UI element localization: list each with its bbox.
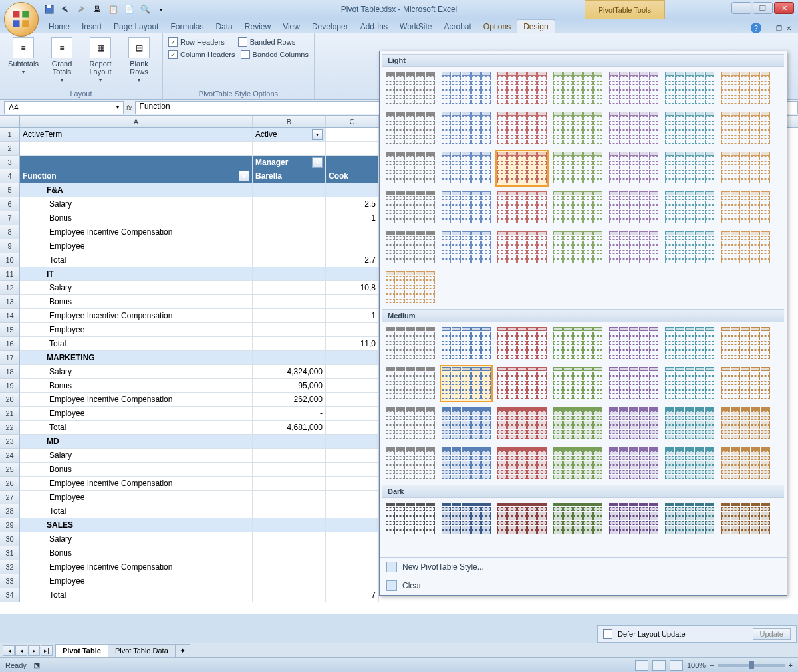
cell[interactable]: 4,324,000: [253, 365, 326, 379]
new-pivottable-style-button[interactable]: New PivotTable Style...: [380, 558, 787, 576]
cell[interactable]: [326, 477, 379, 491]
cell[interactable]: Bonus: [20, 546, 253, 560]
cell[interactable]: [326, 435, 379, 449]
row-header[interactable]: 9: [0, 239, 20, 253]
cell[interactable]: [253, 491, 326, 504]
row-header[interactable]: 21: [0, 407, 20, 421]
row-header[interactable]: 17: [0, 351, 20, 365]
clear-style-button[interactable]: Clear: [380, 576, 787, 595]
style-thumbnail[interactable]: [551, 325, 604, 362]
row-header[interactable]: 3: [0, 156, 20, 169]
cell[interactable]: [253, 309, 326, 323]
style-thumbnail[interactable]: [495, 150, 549, 187]
cell[interactable]: Total: [20, 421, 253, 435]
style-thumbnail[interactable]: [607, 189, 660, 227]
cell[interactable]: 2,7: [326, 253, 379, 267]
office-button[interactable]: [4, 2, 39, 37]
row-header[interactable]: 15: [0, 323, 20, 337]
banded-rows-checkbox[interactable]: Banded Rows: [238, 36, 296, 48]
cell[interactable]: Total: [20, 337, 253, 351]
style-thumbnail[interactable]: [719, 110, 772, 147]
row-header[interactable]: 16: [0, 337, 20, 351]
cell[interactable]: [253, 197, 326, 211]
cell[interactable]: [326, 379, 379, 393]
style-thumbnail[interactable]: [384, 445, 437, 482]
sheet-tab-pivot-table-data[interactable]: Pivot Table Data: [108, 644, 176, 657]
fx-icon[interactable]: fx: [124, 104, 135, 112]
style-thumbnail[interactable]: [440, 325, 493, 362]
filter-dropdown-icon[interactable]: ▾: [312, 129, 323, 140]
col-header-c[interactable]: C: [326, 116, 379, 127]
style-thumbnail[interactable]: [607, 365, 660, 402]
style-thumbnail[interactable]: [440, 445, 493, 482]
cell[interactable]: [253, 183, 326, 197]
grand-totals-button[interactable]: ≡Grand Totals▾: [44, 36, 80, 84]
row-header[interactable]: 25: [0, 463, 20, 477]
cell[interactable]: Bonus: [20, 463, 253, 477]
cell[interactable]: Total: [20, 253, 253, 267]
row-header[interactable]: 19: [0, 379, 20, 393]
style-thumbnail[interactable]: [663, 110, 716, 147]
tab-page-layout[interactable]: Page Layout: [108, 20, 164, 33]
sheet-nav-last[interactable]: ▸|: [41, 645, 53, 656]
close-button[interactable]: ✕: [774, 2, 794, 14]
style-thumbnail[interactable]: [607, 150, 660, 187]
row-header[interactable]: 24: [0, 449, 20, 463]
name-box[interactable]: A4▾: [4, 101, 124, 114]
cell[interactable]: F&A: [20, 183, 253, 197]
style-thumbnail[interactable]: [440, 70, 493, 107]
cell[interactable]: Salary: [20, 532, 253, 546]
cell[interactable]: MARKETING: [20, 351, 253, 365]
row-header[interactable]: 22: [0, 421, 20, 435]
cell[interactable]: ActiveTerm: [20, 128, 253, 142]
cell[interactable]: Salary: [20, 449, 253, 463]
cell[interactable]: [326, 156, 379, 169]
row-header[interactable]: 11: [0, 267, 20, 281]
page-layout-view-icon[interactable]: [652, 660, 666, 671]
cell[interactable]: [253, 532, 326, 546]
row-header[interactable]: 27: [0, 491, 20, 504]
field-dropdown-icon[interactable]: ▾: [239, 171, 249, 181]
style-thumbnail[interactable]: [551, 501, 604, 538]
cell[interactable]: Employee Incentive Compensation: [20, 309, 253, 323]
tab-design[interactable]: Design: [517, 19, 555, 33]
style-thumbnail[interactable]: [607, 70, 660, 107]
cell[interactable]: [326, 323, 379, 337]
style-thumbnail[interactable]: [719, 325, 772, 362]
cell[interactable]: Employee: [20, 407, 253, 421]
style-thumbnail[interactable]: [663, 229, 716, 267]
page-break-view-icon[interactable]: [670, 660, 683, 671]
style-thumbnail[interactable]: [495, 189, 549, 227]
sheet-nav-first[interactable]: |◂: [3, 645, 15, 656]
cell[interactable]: [253, 142, 326, 156]
cell[interactable]: Bonus: [20, 211, 253, 225]
style-thumbnail[interactable]: [719, 501, 772, 538]
cell[interactable]: [326, 463, 379, 477]
cell[interactable]: Employee Incentive Compensation: [20, 477, 253, 491]
tab-home[interactable]: Home: [43, 20, 76, 33]
cell[interactable]: [253, 267, 326, 281]
style-thumbnail[interactable]: [384, 405, 437, 442]
qat-customize-icon[interactable]: ▾: [154, 3, 168, 16]
row-header[interactable]: 18: [0, 365, 20, 379]
field-dropdown-icon[interactable]: ▾: [312, 157, 323, 168]
style-thumbnail[interactable]: [719, 405, 772, 442]
style-thumbnail[interactable]: [440, 405, 493, 442]
cell[interactable]: 262,000: [253, 393, 326, 407]
style-thumbnail[interactable]: [384, 325, 437, 362]
cell[interactable]: [326, 267, 379, 281]
row-header[interactable]: 8: [0, 225, 20, 239]
cell[interactable]: [253, 546, 326, 560]
cell[interactable]: Salary: [20, 197, 253, 211]
normal-view-icon[interactable]: [635, 660, 648, 671]
style-thumbnail[interactable]: [663, 365, 716, 402]
style-thumbnail[interactable]: [551, 189, 604, 227]
cell[interactable]: IT: [20, 267, 253, 281]
print-icon[interactable]: 🖶: [90, 3, 104, 16]
cell[interactable]: Salary: [20, 365, 253, 379]
style-thumbnail[interactable]: [495, 501, 549, 538]
tab-options[interactable]: Options: [477, 20, 517, 33]
help-icon[interactable]: ?: [751, 23, 761, 33]
row-header[interactable]: 14: [0, 309, 20, 323]
style-thumbnail[interactable]: [440, 110, 493, 147]
